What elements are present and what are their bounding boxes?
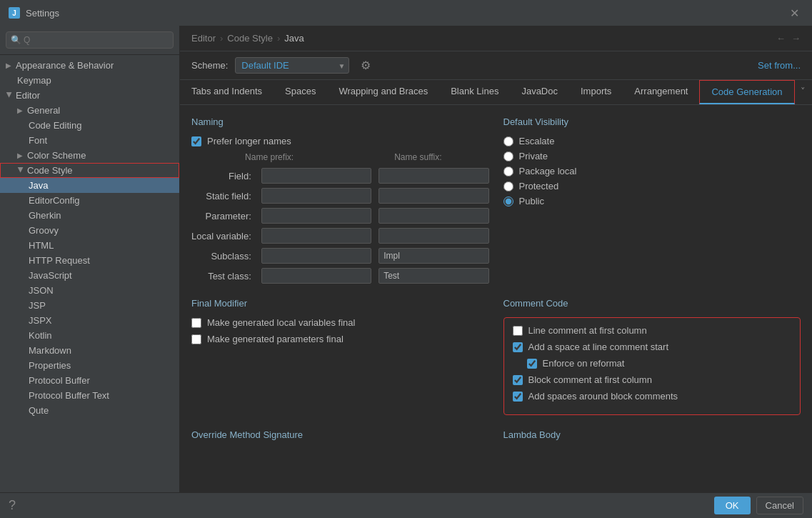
sidebar-item-jspx[interactable]: JSPX (0, 313, 179, 328)
scheme-row: Scheme: Default IDE ▼ ⚙ Set from... (180, 51, 812, 80)
radio-public-input[interactable] (503, 196, 513, 206)
tab-blank-lines[interactable]: Blank Lines (439, 80, 510, 104)
sidebar-item-properties[interactable]: Properties (0, 358, 179, 373)
test-class-label: Test class: (191, 271, 254, 282)
sidebar-item-editorconfig[interactable]: EditorConfig (0, 193, 179, 208)
field-suffix-input[interactable] (379, 168, 488, 184)
sidebar-item-font-label: Font (29, 135, 47, 146)
sidebar-item-code-style[interactable]: ▶ Code Style (0, 163, 179, 178)
sidebar-item-gherkin[interactable]: Gherkin (0, 208, 179, 223)
field-label: Field: (191, 171, 254, 181)
line-comment-first-col-checkbox[interactable] (513, 326, 523, 336)
static-field-label: Static field: (191, 191, 254, 201)
expand-arrow-general: ▶ (17, 106, 24, 114)
breadcrumb-java: Java (284, 33, 304, 44)
expand-arrow-appearance: ▶ (6, 61, 13, 69)
sidebar-item-keymap[interactable]: Keymap (0, 73, 179, 88)
subclass-suffix-input[interactable] (379, 248, 488, 264)
scheme-select[interactable]: Default IDE (235, 57, 349, 74)
sidebar-item-jsp-label: JSP (29, 300, 46, 311)
sidebar-item-groovy[interactable]: Groovy (0, 223, 179, 238)
sidebar-item-qute[interactable]: Qute (0, 403, 179, 418)
sidebar-item-groovy-label: Groovy (29, 225, 59, 236)
enforce-reformat-row: Enforce on reformat (527, 358, 792, 369)
tab-tabs-indents[interactable]: Tabs and Indents (180, 80, 274, 104)
sidebar-item-protocol-buffer-text[interactable]: Protocol Buffer Text (0, 388, 179, 403)
footer-buttons: OK Cancel (714, 497, 803, 514)
scheme-gear-button[interactable]: ⚙ (356, 57, 375, 74)
radio-protected-input[interactable] (503, 181, 513, 191)
close-button[interactable]: ✕ (786, 5, 803, 21)
sidebar-item-editor[interactable]: ▶ Editor (0, 88, 179, 103)
window-title: Settings (26, 8, 59, 19)
sidebar-item-general[interactable]: ▶ General (0, 103, 179, 118)
sidebar-tree: ▶ Appearance & Behavior Keymap ▶ Editor … (0, 55, 179, 492)
search-wrapper: 🔍 (6, 31, 174, 49)
sidebar-item-http-request[interactable]: HTTP Request (0, 253, 179, 268)
sidebar-item-appearance-label: Appearance & Behavior (16, 60, 114, 71)
nav-back-button[interactable]: ← (776, 33, 786, 44)
sidebar-item-java[interactable]: Java (0, 178, 179, 193)
sidebar-item-appearance[interactable]: ▶ Appearance & Behavior (0, 58, 179, 73)
local-variable-suffix-input[interactable] (379, 228, 488, 244)
radio-package-local: Package local (503, 166, 801, 176)
footer: ? OK Cancel (0, 492, 812, 518)
final-params-checkbox[interactable] (191, 334, 201, 344)
tab-spaces[interactable]: Spaces (274, 80, 327, 104)
radio-private: Private (503, 151, 801, 161)
radio-private-input[interactable] (503, 151, 513, 161)
tab-javadoc[interactable]: JavaDoc (510, 80, 569, 104)
radio-escalate-input[interactable] (503, 136, 513, 146)
comment-code-box: Line comment at first column Add a space… (503, 317, 801, 415)
nav-forward-button[interactable]: → (791, 33, 801, 44)
add-space-line-comment-checkbox[interactable] (513, 342, 523, 352)
test-class-prefix-input[interactable] (261, 268, 371, 284)
sidebar-item-javascript[interactable]: JavaScript (0, 268, 179, 283)
enforce-reformat-checkbox[interactable] (527, 359, 537, 369)
prefer-longer-names-checkbox[interactable] (191, 136, 201, 146)
parameter-prefix-input[interactable] (261, 208, 371, 224)
add-spaces-block-comments-checkbox[interactable] (513, 392, 523, 402)
help-button[interactable]: ? (9, 498, 16, 513)
sidebar-item-jsp[interactable]: JSP (0, 298, 179, 313)
sidebar-item-protocol-buffer-text-label: Protocol Buffer Text (29, 390, 109, 401)
sidebar-item-json[interactable]: JSON (0, 283, 179, 298)
add-spaces-block-comments-label: Add spaces around block comments (528, 391, 678, 402)
radio-package-local-input[interactable] (503, 166, 513, 176)
sidebar-item-http-request-label: HTTP Request (29, 255, 90, 266)
sidebar-item-code-editing[interactable]: Code Editing (0, 118, 179, 133)
test-class-suffix-input[interactable] (379, 268, 488, 284)
search-input[interactable] (6, 31, 174, 49)
naming-section: Naming Prefer longer names Name prefix: … (191, 116, 489, 284)
ok-button[interactable]: OK (714, 497, 751, 514)
sidebar-item-html[interactable]: HTML (0, 238, 179, 253)
block-comment-first-col-checkbox[interactable] (513, 375, 523, 385)
cancel-button[interactable]: Cancel (756, 497, 803, 514)
sidebar-item-qute-label: Qute (29, 405, 49, 416)
field-prefix-input[interactable] (261, 168, 371, 184)
tab-arrangement[interactable]: Arrangement (623, 80, 699, 104)
sidebar-item-font[interactable]: Font (0, 133, 179, 148)
lambda-body-section: Lambda Body (503, 429, 801, 449)
sidebar-item-kotlin[interactable]: Kotlin (0, 328, 179, 343)
subclass-prefix-input[interactable] (261, 248, 371, 264)
tab-wrapping[interactable]: Wrapping and Braces (327, 80, 439, 104)
scheme-label: Scheme: (191, 60, 228, 71)
static-field-suffix-input[interactable] (379, 188, 488, 204)
sidebar-item-color-scheme[interactable]: ▶ Color Scheme (0, 148, 179, 163)
static-field-prefix-input[interactable] (261, 188, 371, 204)
final-local-vars-checkbox[interactable] (191, 318, 201, 328)
override-method-signature-title: Override Method Signature (191, 429, 489, 440)
final-params-label: Make generated parameters final (207, 334, 344, 344)
tab-code-generation[interactable]: Code Generation (699, 80, 794, 104)
parameter-suffix-input[interactable] (379, 208, 488, 224)
local-variable-prefix-input[interactable] (261, 228, 371, 244)
tab-more-button[interactable]: ˅ (795, 80, 811, 104)
sidebar-item-general-label: General (27, 105, 60, 116)
set-from-link[interactable]: Set from... (758, 60, 801, 71)
final-local-vars-row: Make generated local variables final (191, 317, 489, 328)
tab-imports[interactable]: Imports (569, 80, 623, 104)
sidebar-item-protocol-buffer[interactable]: Protocol Buffer (0, 373, 179, 388)
sidebar-item-markdown[interactable]: Markdown (0, 343, 179, 358)
local-variable-label: Local variable: (191, 231, 254, 241)
